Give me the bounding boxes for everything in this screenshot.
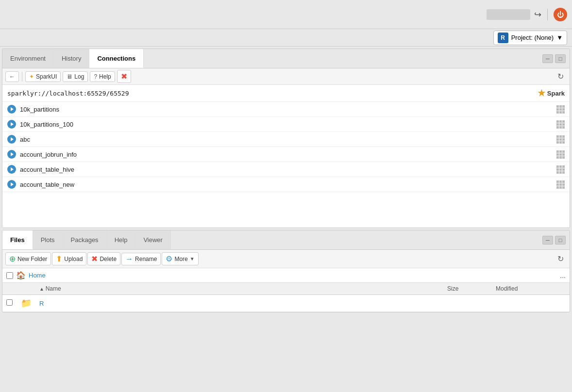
- table-name: abc: [20, 136, 30, 143]
- play-icon: [7, 105, 16, 114]
- log-label: Log: [74, 73, 84, 80]
- table-grid-icon: [556, 150, 565, 159]
- tab-packages[interactable]: Packages: [63, 230, 107, 249]
- project-dropdown-arrow: ▼: [556, 34, 563, 41]
- more-button[interactable]: ⚙ More ▼: [162, 252, 198, 265]
- log-icon: 🖥: [67, 73, 72, 80]
- file-table: Name Size Modified 📁R: [2, 283, 570, 312]
- play-icon: [7, 150, 16, 159]
- table-item[interactable]: account_table_new: [2, 177, 570, 192]
- tab-environment[interactable]: Environment: [2, 49, 54, 68]
- project-label: Project: (None): [511, 34, 554, 41]
- connection-url: sparklyr://localhost:65529/65529: [7, 90, 129, 97]
- lower-tab-bar: Files Plots Packages Help Viewer ─ □: [2, 230, 570, 250]
- file-row-checkbox[interactable]: [6, 299, 13, 306]
- upload-icon: ⬆: [56, 254, 62, 263]
- disconnect-button[interactable]: ✖: [117, 70, 131, 83]
- new-folder-icon: ⊕: [9, 254, 16, 263]
- more-label: More: [174, 256, 187, 262]
- file-name-link[interactable]: R: [39, 300, 44, 307]
- table-item[interactable]: account_jobrun_info: [2, 147, 570, 162]
- back-button[interactable]: ←: [5, 71, 19, 82]
- table-name: account_table_hive: [20, 166, 74, 173]
- home-breadcrumb[interactable]: Home: [29, 272, 46, 279]
- table-grid-icon: [556, 165, 565, 174]
- files-toolbar: ⊕ New Folder ⬆ Upload ✖ Delete → Rename …: [2, 250, 570, 268]
- file-modified: [492, 295, 570, 312]
- lower-tab-bar-actions: ─ □: [542, 236, 570, 245]
- table-list: 10k_partitions10k_partitions_100abcaccou…: [2, 102, 570, 228]
- table-item[interactable]: account_table_hive: [2, 162, 570, 177]
- upper-panel: Environment History Connections ─ □ ← ✦ …: [2, 49, 570, 228]
- spark-label: ★ Spark: [538, 88, 565, 98]
- delete-label: Delete: [100, 256, 117, 262]
- maximize-lower-btn[interactable]: □: [555, 236, 566, 245]
- tab-history[interactable]: History: [54, 49, 89, 68]
- refresh-button[interactable]: ↻: [554, 70, 567, 83]
- back-icon: ←: [9, 73, 15, 80]
- tab-viewer[interactable]: Viewer: [135, 230, 171, 249]
- breadcrumb-more-btn[interactable]: ...: [560, 272, 566, 279]
- sparkui-icon: ✦: [29, 73, 34, 80]
- col-header-size[interactable]: Size: [443, 283, 492, 295]
- table-grid-icon: [556, 120, 565, 129]
- help-icon: ?: [94, 73, 97, 80]
- file-table-header: Name Size Modified: [2, 283, 570, 295]
- top-bar-divider: [547, 9, 548, 20]
- project-bar: R Project: (None) ▼: [0, 29, 572, 47]
- connection-bar: sparklyr://localhost:65529/65529 ★ Spark: [2, 85, 570, 102]
- top-bar: ↪ ⏻: [0, 0, 572, 29]
- new-folder-button[interactable]: ⊕ New Folder: [5, 252, 51, 265]
- rename-button[interactable]: → Rename: [121, 253, 161, 265]
- sparkui-label: SparkUI: [36, 73, 57, 80]
- delete-button[interactable]: ✖ Delete: [87, 252, 120, 265]
- help-button[interactable]: ? Help: [90, 71, 115, 82]
- new-folder-label: New Folder: [17, 256, 47, 262]
- upload-label: Upload: [64, 256, 83, 262]
- file-table-row[interactable]: 📁R: [2, 295, 570, 312]
- select-all-checkbox[interactable]: [6, 272, 13, 279]
- table-item[interactable]: 10k_partitions: [2, 102, 570, 117]
- rename-icon: →: [125, 255, 133, 263]
- lower-panel: Files Plots Packages Help Viewer ─ □ ⊕ N…: [2, 230, 570, 312]
- files-refresh-button[interactable]: ↻: [554, 253, 567, 265]
- col-header-name[interactable]: Name: [35, 283, 443, 295]
- project-selector[interactable]: R Project: (None) ▼: [493, 31, 567, 45]
- play-icon: [7, 165, 16, 174]
- tab-plots[interactable]: Plots: [33, 230, 63, 249]
- sparkui-button[interactable]: ✦ SparkUI: [25, 71, 61, 82]
- maximize-upper-btn[interactable]: □: [555, 54, 566, 63]
- upper-tab-bar: Environment History Connections ─ □: [2, 49, 570, 68]
- delete-icon: ✖: [91, 254, 98, 263]
- play-icon: [7, 180, 16, 189]
- minimize-upper-btn[interactable]: ─: [542, 54, 553, 63]
- log-button[interactable]: 🖥 Log: [63, 71, 88, 82]
- export-icon[interactable]: ↪: [534, 9, 541, 20]
- power-button[interactable]: ⏻: [554, 8, 567, 21]
- col-header-modified[interactable]: Modified: [492, 283, 570, 295]
- tab-help[interactable]: Help: [107, 230, 136, 249]
- rename-label: Rename: [135, 256, 157, 262]
- table-name: 10k_partitions_100: [20, 121, 73, 128]
- play-icon: [7, 135, 16, 144]
- more-gear-icon: ⚙: [166, 254, 172, 263]
- upload-button[interactable]: ⬆ Upload: [52, 252, 86, 265]
- spark-star-icon: ★: [538, 88, 545, 98]
- table-item[interactable]: 10k_partitions_100: [2, 117, 570, 132]
- tab-bar-actions: ─ □: [542, 54, 570, 63]
- file-table-body: 📁R: [2, 295, 570, 312]
- table-name: 10k_partitions: [20, 106, 59, 113]
- breadcrumb-bar: 🏠 Home ...: [2, 268, 570, 283]
- tab-connections[interactable]: Connections: [89, 49, 144, 68]
- disconnect-icon: ✖: [121, 72, 127, 81]
- table-name: account_jobrun_info: [20, 151, 77, 158]
- folder-icon: 📁: [21, 298, 32, 308]
- file-size: [443, 295, 492, 312]
- tab-files[interactable]: Files: [2, 230, 33, 249]
- username-display: [487, 9, 530, 20]
- home-icon: 🏠: [16, 271, 26, 280]
- table-item[interactable]: abc: [2, 132, 570, 147]
- help-label: Help: [99, 73, 111, 80]
- minimize-lower-btn[interactable]: ─: [542, 236, 553, 245]
- r-logo: R: [498, 33, 508, 43]
